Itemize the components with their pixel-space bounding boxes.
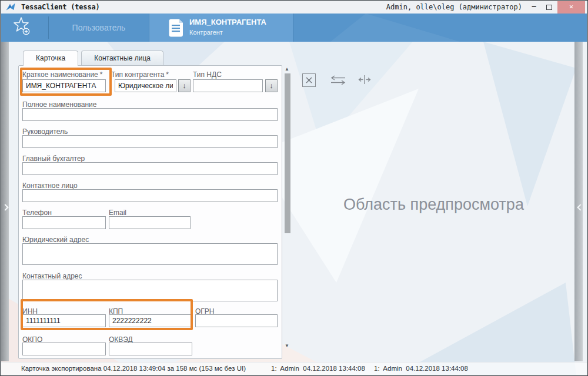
vat-type-dropdown-button[interactable]: ↓ [265,79,278,92]
minimize-button[interactable]: – [526,1,542,14]
arrow-down-icon: ↓ [182,81,186,90]
scrollbar-thumb[interactable] [285,73,290,233]
contractor-form-card: Краткое наименование* Тип контрагента* ↓… [18,65,282,359]
star-add-icon [11,16,36,38]
kpp-input[interactable] [109,314,192,327]
scroll-up-button[interactable]: ▲ [283,66,291,72]
partner-type-input[interactable] [115,79,176,92]
scroll-down-button[interactable]: ▼ [283,343,291,348]
tab-contact-persons-label: Контактные лица [94,54,151,62]
email-input[interactable] [109,216,191,229]
close-icon: ✕ [569,2,573,11]
title-bar: TessaClient (tessa) Admin, olle\oleg (ад… [1,1,587,14]
maximize-icon [546,5,552,10]
swap-arrows-icon [329,75,347,85]
toolbar-divider [48,16,49,39]
status-bar: Карточка экспортирована 04.12.2018 13:49… [1,362,587,375]
legal-address-textarea[interactable] [22,243,278,265]
toolbar-tab-contractor[interactable]: ИМЯ_КОНТРАГЕНТА Контрагент [149,14,293,42]
tab-contact-persons[interactable]: Контактные лица [81,51,163,65]
favorites-button[interactable] [11,16,41,39]
swap-panels-button[interactable] [329,75,343,89]
full-name-input[interactable] [22,108,278,121]
full-name-label: Полное наименование [22,100,97,109]
preview-pane: Область предпросмотра [292,65,576,359]
active-card-subtitle: Контрагент [189,29,223,36]
window-title: TessaClient (tessa) [21,3,99,11]
chief-accountant-input[interactable] [22,162,278,175]
scroll-up-icon: ▲ [285,66,289,72]
active-card-title: ИМЯ_КОНТРАГЕНТА [189,18,266,26]
split-arrows-icon [358,74,372,85]
boxed-x-icon [302,73,316,88]
vat-type-label: Тип НДС [193,70,222,79]
logged-user-info: Admin, olle\oleg (администратор) [386,3,522,11]
chevron-right-icon [2,205,7,210]
scroll-down-icon: ▼ [285,343,289,348]
status-created-info: 1: Admin 04.12.2018 13:44:08 [271,365,365,372]
phone-label: Телефон [22,209,52,217]
split-view-button[interactable] [358,74,372,88]
app-window: TessaClient (tessa) Admin, olle\oleg (ад… [0,0,588,376]
arrow-down-icon: ↓ [269,81,273,90]
phone-input[interactable] [22,216,106,229]
toolbar-tab-user[interactable]: Пользователь [49,14,148,42]
okpo-input[interactable] [22,343,106,355]
tab-card-label: Карточка [36,54,65,62]
short-name-input[interactable] [22,79,106,92]
card-tab-bar: Карточка Контактные лица [23,51,163,66]
right-panel-expander[interactable] [574,42,583,361]
inn-input[interactable] [22,314,106,327]
short-name-label: Краткое наименование* [22,70,102,79]
vat-type-input[interactable] [193,79,263,92]
contact-address-label: Контактный адрес [22,272,82,280]
maximize-button[interactable] [542,1,557,14]
left-panel-expander[interactable] [1,42,9,361]
chevron-left-icon [576,205,581,210]
tessa-bird-icon [6,3,16,14]
contact-address-textarea[interactable] [22,280,278,301]
contact-person-input[interactable] [22,189,278,202]
minimize-icon: – [532,2,536,11]
status-modified-info: 1: Admin 04.12.2018 13:44:08 [374,365,468,372]
close-preview-button[interactable] [302,73,316,88]
document-icon [169,19,183,39]
head-label: Руководитель [22,127,68,136]
toolbar-tab-user-label: Пользователь [72,23,126,32]
preview-placeholder: Область предпросмотра [337,194,531,215]
tab-card[interactable]: Карточка [23,51,78,66]
ogrn-input[interactable] [195,314,278,327]
okved-input[interactable] [109,343,192,355]
legal-address-label: Юридический адрес [22,236,89,244]
email-label: Email [109,209,126,217]
main-toolbar: Пользователь ИМЯ_КОНТРАГЕНТА Контрагент [1,14,587,42]
close-button[interactable]: ✕ [557,1,585,14]
partner-type-dropdown-button[interactable]: ↓ [178,79,191,92]
chief-accountant-label: Главный бухгалтер [22,155,85,163]
status-message: Карточка экспортирована 04.12.2018 13:49… [21,365,246,372]
partner-type-label: Тип контрагента* [111,70,169,79]
head-input[interactable] [22,135,278,148]
contact-person-label: Контактное лицо [22,182,78,190]
